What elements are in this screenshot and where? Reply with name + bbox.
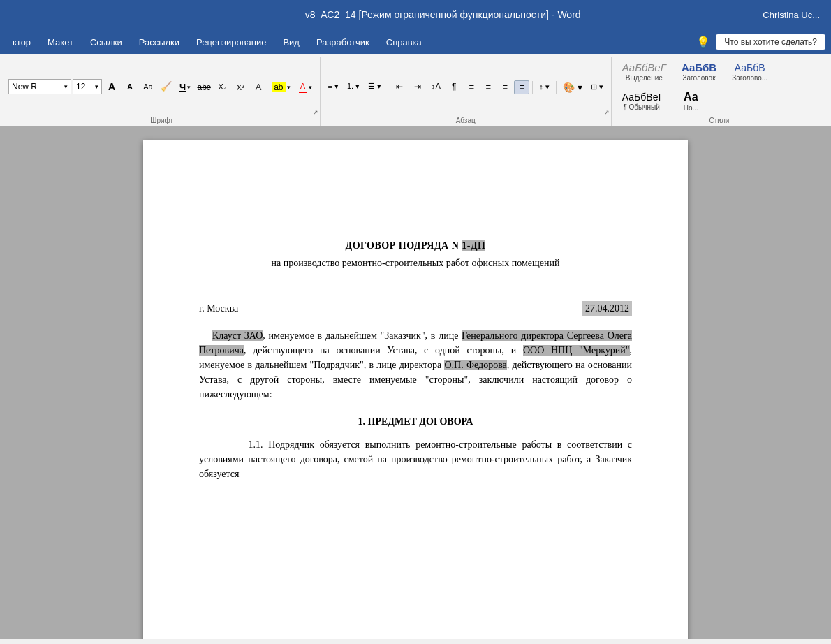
document-title: ДОГОВОР ПОДРЯДА N 1-ДП: [199, 238, 632, 253]
section1-title: 1. ПРЕДМЕТ ДОГОВОРА: [199, 414, 632, 429]
align-left-button[interactable]: ≡: [464, 80, 479, 94]
ribbon-group-font: New R ▾ 12 ▾ A A Aa 🧹 Ч ▾: [4, 57, 321, 126]
paragraph-controls: ≡ ▾ 1. ▾ ☰ ▾ ⇤ ⇥ ↕A ¶ ≡ ≡ ≡ ≡ ↕ ▾: [325, 59, 607, 115]
line-spacing-button[interactable]: ↕ ▾: [536, 80, 553, 95]
menu-item-layout[interactable]: Макет: [41, 33, 80, 52]
decrease-indent-button[interactable]: ⇤: [391, 79, 408, 94]
menu-bar-right: 💡 Что вы хотите сделать?: [696, 34, 825, 50]
ribbon-toolbar: New R ▾ 12 ▾ A A Aa 🧹 Ч ▾: [0, 54, 831, 126]
company1-highlight: Клауст ЗАО: [212, 330, 263, 341]
strikethrough-button[interactable]: abc: [196, 80, 212, 95]
style-normal[interactable]: АаБбВеІ ¶ Обычный: [616, 89, 668, 115]
numbering-button[interactable]: 1. ▾: [344, 79, 363, 94]
font-group-expand-icon[interactable]: ↗: [313, 109, 318, 116]
menu-item-developer[interactable]: Разработчик: [309, 33, 376, 52]
menu-bar: ктор Макет Ссылки Рассылки Рецензировани…: [0, 29, 831, 54]
paragraph-group-label: Абзац: [325, 115, 607, 126]
style-heading1-preview: АаБбВ: [682, 62, 716, 73]
underline-button[interactable]: Ч ▾: [176, 80, 194, 95]
title-bar: v8_АС2_14 [Режим ограниченной функционал…: [0, 0, 831, 29]
contract-number-highlight: 1-ДП: [462, 240, 485, 251]
style-more-label: По...: [684, 104, 698, 112]
font-grow-button[interactable]: A: [103, 79, 120, 94]
menu-item-mailings[interactable]: Рассылки: [132, 33, 186, 52]
borders-button[interactable]: ⊞ ▾: [587, 80, 607, 95]
style-more[interactable]: Аа По...: [670, 88, 712, 115]
section1-paragraph1: 1.1. Подрядчик обязуется выполнить ремон…: [199, 437, 632, 481]
clear-formatting-button[interactable]: 🧹: [158, 79, 175, 94]
font-name-dropdown-icon: ▾: [64, 83, 68, 90]
increase-indent-button[interactable]: ⇥: [409, 79, 426, 94]
sort-button[interactable]: ↕A: [427, 79, 444, 94]
document-area: ДОГОВОР ПОДРЯДА N 1-ДП на производство р…: [0, 126, 831, 639]
show-marks-button[interactable]: ¶: [446, 79, 462, 94]
menu-item-view[interactable]: ктор: [6, 33, 38, 52]
style-normal-label: ¶ Обычный: [623, 103, 659, 111]
highlight-color-button[interactable]: ab▾: [268, 80, 293, 95]
styles-controls: АаБбВеГ Выделение АаБбВ Заголовок АаБбВ …: [616, 59, 823, 115]
align-right-button[interactable]: ≡: [497, 80, 513, 94]
document-main-paragraph: Клауст ЗАО, именуемое в дальнейшем "Зака…: [199, 328, 632, 402]
style-heading2-preview: АаБбВ: [735, 63, 765, 73]
style-highlight-label: Выделение: [626, 74, 663, 82]
text-effects-button[interactable]: A: [250, 80, 267, 95]
style-heading2-label: Заголово...: [732, 74, 767, 82]
multilevel-list-button[interactable]: ☰ ▾: [365, 79, 385, 94]
lightbulb-icon: 💡: [696, 36, 710, 49]
font-name-selector[interactable]: New R ▾: [8, 79, 71, 94]
styles-group-label: Стили: [616, 115, 823, 126]
document-page: ДОГОВОР ПОДРЯДА N 1-ДП на производство р…: [143, 140, 688, 639]
title-bar-title: v8_АС2_14 [Режим ограниченной функционал…: [123, 9, 763, 20]
title-bar-user: Christina Uc...: [763, 10, 820, 20]
paragraph-group-expand-icon[interactable]: ↗: [604, 109, 610, 116]
style-heading1[interactable]: АаБбВ Заголовок: [675, 59, 723, 85]
ribbon-group-styles: АаБбВеГ Выделение АаБбВ Заголовок АаБбВ …: [612, 57, 827, 126]
style-highlight[interactable]: АаБбВеГ Выделение: [616, 59, 672, 85]
document-meta: г. Москва 27.04.2012: [199, 301, 632, 316]
document-date: 27.04.2012: [582, 301, 632, 316]
align-center-button[interactable]: ≡: [480, 80, 496, 94]
ribbon-group-paragraph: ≡ ▾ 1. ▾ ☰ ▾ ⇤ ⇥ ↕A ¶ ≡ ≡ ≡ ≡ ↕ ▾: [321, 57, 612, 126]
style-highlight-preview: АаБбВеГ: [622, 62, 666, 73]
style-heading2[interactable]: АаБбВ Заголово...: [726, 59, 774, 85]
font-shrink-button[interactable]: A: [122, 79, 138, 94]
shading-button[interactable]: 🎨 ▾: [559, 80, 586, 95]
menu-item-help[interactable]: Справка: [379, 33, 429, 52]
menu-item-review[interactable]: Рецензирование: [189, 33, 273, 52]
align-justify-button[interactable]: ≡: [514, 80, 529, 94]
company2-highlight: ООО НПЦ "Меркурий": [523, 345, 630, 356]
menu-item-references[interactable]: Ссылки: [83, 33, 129, 52]
style-normal-preview: АаБбВеІ: [622, 92, 661, 102]
style-heading1-label: Заголовок: [682, 74, 715, 82]
director2-highlight: О.П. Федорова: [444, 360, 506, 370]
menu-item-view2[interactable]: Вид: [276, 33, 307, 52]
help-search-label: Что вы хотите сделать?: [724, 37, 817, 47]
style-more-preview: Аа: [684, 92, 698, 103]
help-search-box[interactable]: Что вы хотите сделать?: [716, 34, 825, 50]
font-color-button[interactable]: A▾: [295, 80, 316, 95]
bullets-button[interactable]: ≡ ▾: [325, 79, 342, 94]
document-city: г. Москва: [199, 301, 238, 316]
superscript-button[interactable]: X²: [232, 80, 249, 95]
font-group-label: Шрифт: [8, 115, 316, 126]
font-size-selector[interactable]: 12 ▾: [73, 79, 102, 94]
ribbon: New R ▾ 12 ▾ A A Aa 🧹 Ч ▾: [0, 54, 831, 126]
document-subtitle: на производство ремонтно-строительных ра…: [199, 256, 632, 270]
subscript-button[interactable]: X₂: [214, 80, 230, 95]
font-case-button[interactable]: Aa: [140, 79, 156, 94]
font-controls: New R ▾ 12 ▾ A A Aa 🧹 Ч ▾: [8, 59, 316, 115]
font-size-dropdown-icon: ▾: [95, 83, 98, 90]
